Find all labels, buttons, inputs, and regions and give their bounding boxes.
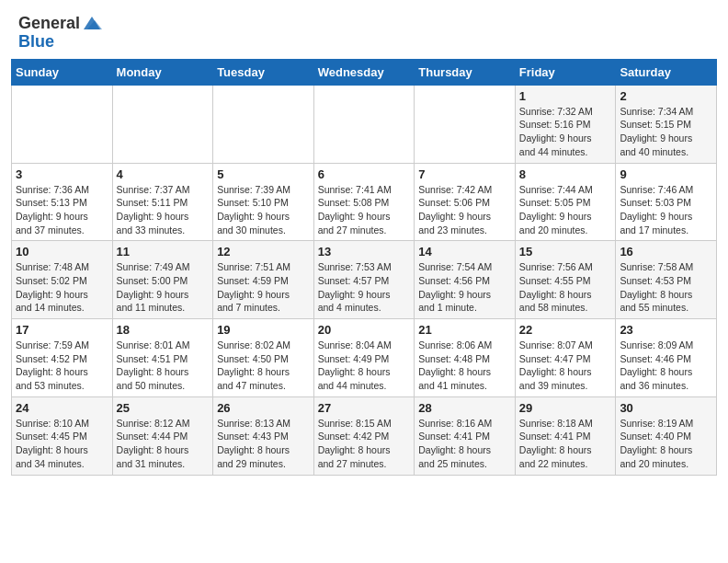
calendar-cell: 17Sunrise: 7:59 AMSunset: 4:52 PMDayligh… — [12, 319, 113, 397]
calendar-cell — [112, 85, 213, 163]
logo: General Blue — [18, 15, 102, 52]
day-info: Sunrise: 7:53 AMSunset: 4:57 PMDaylight:… — [318, 260, 411, 315]
logo-blue-text: Blue — [18, 33, 54, 52]
day-number: 13 — [318, 245, 411, 259]
calendar-header-thursday: Thursday — [415, 59, 516, 85]
day-info: Sunrise: 8:09 AMSunset: 4:46 PMDaylight:… — [620, 339, 712, 393]
calendar-cell: 2Sunrise: 7:34 AMSunset: 5:15 PMDaylight… — [616, 85, 717, 163]
day-info: Sunrise: 8:13 AMSunset: 4:43 PMDaylight:… — [217, 417, 310, 471]
calendar-cell: 4Sunrise: 7:37 AMSunset: 5:11 PMDaylight… — [112, 163, 213, 241]
calendar-cell: 21Sunrise: 8:06 AMSunset: 4:48 PMDayligh… — [415, 319, 516, 397]
day-info: Sunrise: 8:06 AMSunset: 4:48 PMDaylight:… — [418, 339, 511, 393]
calendar-cell: 13Sunrise: 7:53 AMSunset: 4:57 PMDayligh… — [313, 241, 415, 319]
calendar-header-saturday: Saturday — [616, 59, 717, 85]
day-info: Sunrise: 8:18 AMSunset: 4:41 PMDaylight:… — [519, 417, 612, 471]
calendar-cell: 11Sunrise: 7:49 AMSunset: 5:00 PMDayligh… — [112, 241, 213, 319]
calendar-cell: 1Sunrise: 7:32 AMSunset: 5:16 PMDaylight… — [515, 85, 616, 163]
page-header: General Blue — [0, 0, 728, 59]
day-number: 12 — [217, 245, 310, 259]
day-number: 11 — [117, 245, 210, 259]
day-number: 29 — [519, 401, 612, 415]
calendar-cell: 15Sunrise: 7:56 AMSunset: 4:55 PMDayligh… — [515, 241, 616, 319]
calendar-cell — [12, 85, 113, 163]
day-number: 27 — [318, 401, 411, 415]
calendar-cell: 20Sunrise: 8:04 AMSunset: 4:49 PMDayligh… — [313, 319, 415, 397]
calendar-cell: 26Sunrise: 8:13 AMSunset: 4:43 PMDayligh… — [213, 396, 314, 475]
day-info: Sunrise: 7:54 AMSunset: 4:56 PMDaylight:… — [418, 260, 511, 315]
day-number: 20 — [318, 323, 411, 337]
day-number: 28 — [418, 401, 511, 415]
calendar-week-row: 17Sunrise: 7:59 AMSunset: 4:52 PMDayligh… — [12, 319, 717, 397]
calendar-header-sunday: Sunday — [12, 59, 113, 85]
calendar-cell: 8Sunrise: 7:44 AMSunset: 5:05 PMDaylight… — [515, 163, 616, 241]
day-number: 9 — [620, 167, 712, 181]
day-info: Sunrise: 8:04 AMSunset: 4:49 PMDaylight:… — [318, 339, 411, 393]
day-number: 14 — [418, 245, 511, 259]
day-info: Sunrise: 8:07 AMSunset: 4:47 PMDaylight:… — [519, 339, 612, 393]
day-number: 4 — [117, 167, 210, 181]
day-number: 18 — [117, 323, 210, 337]
day-number: 25 — [117, 401, 210, 415]
day-info: Sunrise: 7:59 AMSunset: 4:52 PMDaylight:… — [16, 339, 108, 393]
day-info: Sunrise: 7:56 AMSunset: 4:55 PMDaylight:… — [519, 260, 612, 315]
day-number: 6 — [318, 167, 411, 181]
calendar-cell: 18Sunrise: 8:01 AMSunset: 4:51 PMDayligh… — [112, 319, 213, 397]
calendar-cell: 29Sunrise: 8:18 AMSunset: 4:41 PMDayligh… — [515, 396, 616, 475]
calendar-wrap: SundayMondayTuesdayWednesdayThursdayFrid… — [0, 59, 728, 487]
day-info: Sunrise: 8:16 AMSunset: 4:41 PMDaylight:… — [418, 417, 511, 471]
calendar-week-row: 10Sunrise: 7:48 AMSunset: 5:02 PMDayligh… — [12, 241, 717, 319]
calendar-cell: 6Sunrise: 7:41 AMSunset: 5:08 PMDaylight… — [313, 163, 415, 241]
calendar-header-monday: Monday — [112, 59, 213, 85]
day-info: Sunrise: 7:51 AMSunset: 4:59 PMDaylight:… — [217, 260, 310, 315]
day-info: Sunrise: 7:58 AMSunset: 4:53 PMDaylight:… — [620, 260, 712, 315]
calendar-cell: 27Sunrise: 8:15 AMSunset: 4:42 PMDayligh… — [313, 396, 415, 475]
calendar-cell: 16Sunrise: 7:58 AMSunset: 4:53 PMDayligh… — [616, 241, 717, 319]
calendar-cell: 23Sunrise: 8:09 AMSunset: 4:46 PMDayligh… — [616, 319, 717, 397]
day-info: Sunrise: 8:19 AMSunset: 4:40 PMDaylight:… — [620, 417, 712, 471]
calendar-cell: 3Sunrise: 7:36 AMSunset: 5:13 PMDaylight… — [12, 163, 113, 241]
day-info: Sunrise: 8:15 AMSunset: 4:42 PMDaylight:… — [318, 417, 411, 471]
calendar-cell: 10Sunrise: 7:48 AMSunset: 5:02 PMDayligh… — [12, 241, 113, 319]
day-info: Sunrise: 7:49 AMSunset: 5:00 PMDaylight:… — [117, 260, 210, 315]
calendar-header-row: SundayMondayTuesdayWednesdayThursdayFrid… — [12, 59, 717, 85]
day-info: Sunrise: 7:48 AMSunset: 5:02 PMDaylight:… — [16, 260, 108, 315]
day-info: Sunrise: 7:36 AMSunset: 5:13 PMDaylight:… — [16, 183, 108, 237]
calendar-cell: 9Sunrise: 7:46 AMSunset: 5:03 PMDaylight… — [616, 163, 717, 241]
day-number: 22 — [519, 323, 612, 337]
calendar-cell: 19Sunrise: 8:02 AMSunset: 4:50 PMDayligh… — [213, 319, 314, 397]
day-number: 21 — [418, 323, 511, 337]
calendar-week-row: 3Sunrise: 7:36 AMSunset: 5:13 PMDaylight… — [12, 163, 717, 241]
calendar-week-row: 24Sunrise: 8:10 AMSunset: 4:45 PMDayligh… — [12, 396, 717, 475]
day-number: 17 — [16, 323, 108, 337]
day-number: 7 — [418, 167, 511, 181]
calendar-cell: 7Sunrise: 7:42 AMSunset: 5:06 PMDaylight… — [415, 163, 516, 241]
logo-icon — [82, 13, 102, 33]
day-info: Sunrise: 7:41 AMSunset: 5:08 PMDaylight:… — [318, 183, 411, 237]
day-number: 19 — [217, 323, 310, 337]
day-number: 23 — [620, 323, 712, 337]
calendar-header-tuesday: Tuesday — [213, 59, 314, 85]
day-info: Sunrise: 7:44 AMSunset: 5:05 PMDaylight:… — [519, 183, 612, 237]
day-number: 1 — [519, 89, 612, 103]
day-number: 15 — [519, 245, 612, 259]
day-info: Sunrise: 7:39 AMSunset: 5:10 PMDaylight:… — [217, 183, 310, 237]
calendar-cell: 12Sunrise: 7:51 AMSunset: 4:59 PMDayligh… — [213, 241, 314, 319]
day-info: Sunrise: 7:46 AMSunset: 5:03 PMDaylight:… — [620, 183, 712, 237]
calendar-table: SundayMondayTuesdayWednesdayThursdayFrid… — [11, 59, 717, 476]
calendar-week-row: 1Sunrise: 7:32 AMSunset: 5:16 PMDaylight… — [12, 85, 717, 163]
day-number: 8 — [519, 167, 612, 181]
calendar-cell: 28Sunrise: 8:16 AMSunset: 4:41 PMDayligh… — [415, 396, 516, 475]
day-number: 30 — [620, 401, 712, 415]
calendar-cell: 30Sunrise: 8:19 AMSunset: 4:40 PMDayligh… — [616, 396, 717, 475]
day-number: 26 — [217, 401, 310, 415]
day-info: Sunrise: 7:34 AMSunset: 5:15 PMDaylight:… — [620, 105, 712, 159]
day-number: 24 — [16, 401, 108, 415]
day-info: Sunrise: 7:32 AMSunset: 5:16 PMDaylight:… — [519, 105, 612, 159]
calendar-header-friday: Friday — [515, 59, 616, 85]
calendar-cell: 14Sunrise: 7:54 AMSunset: 4:56 PMDayligh… — [415, 241, 516, 319]
day-number: 5 — [217, 167, 310, 181]
day-number: 16 — [620, 245, 712, 259]
calendar-cell: 5Sunrise: 7:39 AMSunset: 5:10 PMDaylight… — [213, 163, 314, 241]
day-info: Sunrise: 7:42 AMSunset: 5:06 PMDaylight:… — [418, 183, 511, 237]
day-number: 10 — [16, 245, 108, 259]
